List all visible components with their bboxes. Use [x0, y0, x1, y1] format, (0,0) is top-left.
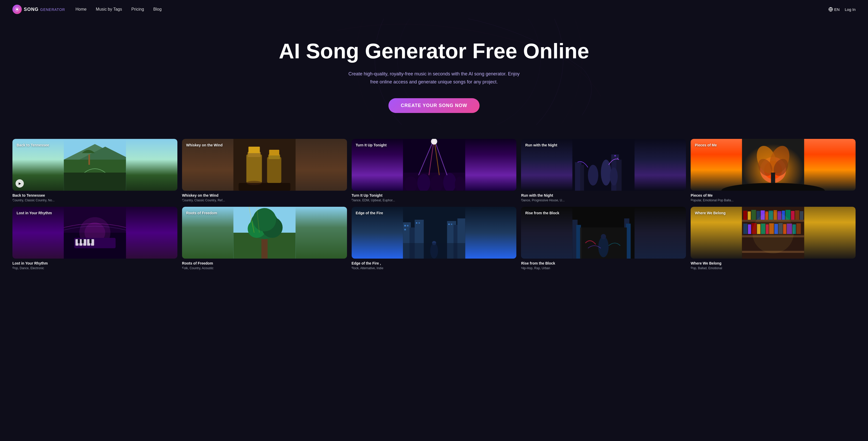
svg-rect-18	[269, 150, 279, 155]
song-overlay-title-turnup: Turn It Up Tonight	[356, 143, 386, 147]
song-card-roots[interactable]: Roots of Freedom Roots of Freedom Folk, …	[182, 207, 347, 270]
logo-icon	[12, 5, 22, 14]
nav-home[interactable]: Home	[75, 7, 87, 12]
nav-pricing[interactable]: Pricing	[131, 7, 144, 12]
svg-rect-33	[580, 165, 584, 191]
song-image-edge: Edge of the Fire	[352, 207, 517, 259]
language-selector[interactable]: EN	[828, 7, 839, 12]
lang-label: EN	[834, 7, 839, 12]
song-tags-turnup: Dance, EDM, Upbeat, Euphor...	[352, 199, 517, 202]
svg-point-20	[246, 181, 262, 185]
svg-rect-77	[404, 229, 406, 230]
svg-point-93	[601, 234, 606, 239]
svg-point-36	[588, 165, 598, 185]
song-title-turnup: Turn It Up Tonight	[352, 193, 517, 198]
svg-point-34	[615, 155, 616, 156]
hero-section: AI Song Generator Free Online Create hig…	[0, 19, 868, 128]
song-title-edge: Edge of the Fire ,	[352, 261, 517, 265]
svg-rect-58	[78, 239, 80, 243]
hero-title: AI Song Generator Free Online	[12, 39, 856, 63]
song-image-where: Where We Belong	[691, 207, 856, 259]
song-image-pieces: Pieces of Me	[691, 139, 856, 191]
songs-row-2: Lost in Your Rhythm Lost in Your Rhythm …	[12, 207, 856, 270]
svg-point-67	[253, 208, 276, 231]
songs-section: ▶ Back to Tennessee Back to Tennessee Co…	[0, 128, 868, 270]
svg-rect-16	[267, 157, 281, 183]
song-title-where: Where We Belong	[691, 261, 856, 265]
nav-music-by-tags[interactable]: Music by Tags	[96, 7, 122, 12]
song-title-run: Run with the Night	[521, 193, 686, 198]
svg-rect-112	[800, 211, 804, 220]
song-card-edge[interactable]: Edge of the Fire Edge of the Fire , Rock…	[352, 207, 517, 270]
svg-point-35	[617, 158, 618, 159]
song-overlay-title-whiskey: Whiskey on the Wind	[186, 143, 223, 147]
svg-point-126	[752, 212, 794, 254]
nav-left: SONG GENERATOR Home Music by Tags Pricin…	[12, 5, 162, 14]
svg-rect-15	[248, 147, 260, 153]
navigation: SONG GENERATOR Home Music by Tags Pricin…	[0, 0, 868, 19]
svg-rect-100	[748, 211, 751, 220]
svg-rect-110	[791, 211, 795, 220]
song-card-lost[interactable]: Lost in Your Rhythm Lost in Your Rhythm …	[12, 207, 177, 270]
svg-rect-81	[451, 224, 452, 225]
song-card-tennessee[interactable]: ▶ Back to Tennessee Back to Tennessee Co…	[12, 139, 177, 202]
song-overlay-title-lost: Lost in Your Rhythm	[17, 211, 52, 215]
svg-point-47	[721, 183, 825, 191]
svg-rect-13	[246, 154, 262, 183]
globe-icon	[828, 7, 833, 12]
svg-rect-75	[404, 225, 406, 227]
svg-rect-101	[751, 210, 756, 220]
song-tags-pieces: Popular, Emotional Pop Balla...	[691, 199, 856, 202]
svg-rect-76	[407, 225, 408, 227]
nav-blog[interactable]: Blog	[153, 7, 162, 12]
svg-rect-59	[82, 239, 84, 243]
svg-rect-125	[797, 223, 801, 234]
song-tags-where: Pop, Ballad, Emotional	[691, 266, 856, 270]
svg-point-0	[16, 8, 18, 10]
song-title-pieces: Pieces of Me	[691, 193, 856, 198]
song-card-pieces[interactable]: Pieces of Me Pieces of Me Popular, Emoti…	[691, 139, 856, 202]
svg-point-38	[610, 167, 618, 185]
song-overlay-title-rise: Rise from the Block	[525, 211, 559, 215]
song-title-lost: Lost in Your Rhythm	[12, 261, 177, 265]
song-card-rise[interactable]: Rise from the Block Rise from the Block …	[521, 207, 686, 270]
song-title-whiskey: Whiskey on the Wind	[182, 193, 347, 198]
song-image-tennessee: ▶ Back to Tennessee	[12, 139, 177, 191]
svg-rect-114	[748, 225, 751, 234]
login-button[interactable]: Log In	[845, 7, 856, 12]
song-card-run[interactable]: Run with the Night Run with the Night Da…	[521, 139, 686, 202]
song-title-rise: Rise from the Block	[521, 261, 686, 265]
svg-rect-80	[448, 224, 450, 225]
song-image-turnup: Turn It Up Tonight	[352, 139, 517, 191]
svg-rect-99	[743, 211, 747, 220]
song-tags-lost: Pop, Dance, Electronic	[12, 266, 177, 270]
svg-point-92	[598, 237, 609, 257]
song-tags-roots: Folk, Country, Acoustic	[182, 266, 347, 270]
svg-rect-60	[89, 239, 91, 243]
song-card-turnup[interactable]: Turn It Up Tonight Turn It Up Tonight Da…	[352, 139, 517, 202]
song-tags-whiskey: Country, Classic Country, Ref...	[182, 199, 347, 202]
svg-rect-79	[418, 222, 420, 224]
logo[interactable]: SONG GENERATOR	[12, 5, 65, 14]
song-tags-rise: Hip-Hop, Rap, Urban	[521, 266, 686, 270]
song-title-tennessee: Back to Tennessee	[12, 193, 177, 198]
song-overlay-title-roots: Roots of Freedom	[186, 211, 217, 215]
nav-links: Home Music by Tags Pricing Blog	[75, 7, 162, 12]
song-tags-tennessee: Country, Classic Country, No...	[12, 199, 177, 202]
song-card-whiskey[interactable]: Whiskey on the Wind Whiskey on the Wind …	[182, 139, 347, 202]
svg-rect-11	[64, 173, 126, 191]
song-overlay-title-edge: Edge of the Fire	[356, 211, 383, 215]
songs-row-1: ▶ Back to Tennessee Back to Tennessee Co…	[12, 139, 856, 202]
logo-text: SONG GENERATOR	[24, 7, 65, 12]
song-title-roots: Roots of Freedom	[182, 261, 347, 265]
song-tags-edge: Rock, Alternative, Indie	[352, 266, 517, 270]
svg-rect-19	[239, 183, 290, 191]
svg-rect-111	[795, 210, 799, 220]
create-song-button[interactable]: CREATE YOUR SONG NOW	[389, 98, 479, 113]
song-image-rise: Rise from the Block	[521, 207, 686, 259]
song-overlay-title-run: Run with the Night	[525, 143, 557, 147]
song-card-where[interactable]: Where We Belong Where We Belong Pop, Bal…	[691, 207, 856, 270]
song-overlay-title-tennessee: Back to Tennessee	[17, 143, 49, 147]
svg-rect-91	[580, 228, 582, 259]
song-image-roots: Roots of Freedom	[182, 207, 347, 259]
